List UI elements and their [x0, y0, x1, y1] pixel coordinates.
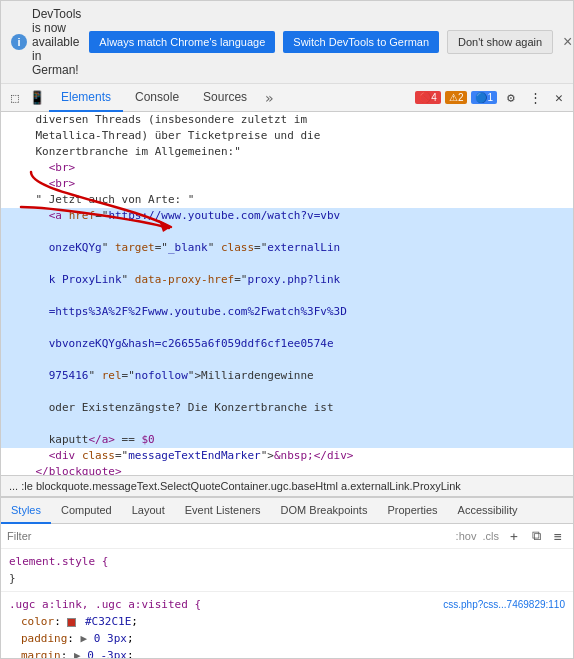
- language-banner: i DevTools is now available in German! A…: [1, 1, 573, 84]
- filter-controls: + ⧉ ≡: [505, 527, 567, 545]
- tab-properties[interactable]: Properties: [377, 498, 447, 524]
- css-source-link-1[interactable]: css.php?css...7469829:110: [443, 596, 565, 613]
- html-line-selected[interactable]: <a href="https://www.youtube.com/watch?v…: [1, 208, 573, 448]
- filter-bar: :hov .cls + ⧉ ≡: [1, 524, 573, 549]
- switch-to-german-button[interactable]: Switch DevTools to German: [283, 31, 439, 53]
- filter-input[interactable]: [7, 530, 450, 542]
- banner-message: i DevTools is now available in German!: [11, 7, 81, 77]
- tab-styles[interactable]: Styles: [1, 498, 51, 524]
- bottom-tabs: Styles Computed Layout Event Listeners D…: [1, 498, 573, 524]
- close-devtools-icon[interactable]: ✕: [549, 88, 569, 108]
- html-line: Metallica-Thread) über Ticketpreise und …: [1, 128, 573, 144]
- toggle-styles-button[interactable]: ≡: [549, 527, 567, 545]
- html-line: diversen Threads (insbesondere zuletzt i…: [1, 112, 573, 128]
- info-icon: i: [11, 34, 27, 50]
- tab-bar: Elements Console Sources »: [49, 84, 413, 112]
- tab-dom-breakpoints[interactable]: DOM Breakpoints: [271, 498, 378, 524]
- tab-layout[interactable]: Layout: [122, 498, 175, 524]
- css-rules: element.style { } .ugc a:link, .ugc a:vi…: [1, 549, 573, 659]
- tab-console[interactable]: Console: [123, 84, 191, 112]
- filter-hint: :hov .cls: [456, 530, 499, 542]
- color-swatch[interactable]: [67, 618, 76, 627]
- tab-computed[interactable]: Computed: [51, 498, 122, 524]
- css-rule-element-style: element.style { }: [1, 551, 573, 589]
- devtools-toolbar: ⬚ 📱 Elements Console Sources » 🚫4 ⚠2 🔵1 …: [1, 84, 573, 112]
- warning-badge: ⚠2: [445, 91, 468, 104]
- html-line: " Jetzt auch von Arte: ": [1, 192, 573, 208]
- always-match-language-button[interactable]: Always match Chrome's language: [89, 31, 275, 53]
- tab-event-listeners[interactable]: Event Listeners: [175, 498, 271, 524]
- tab-accessibility[interactable]: Accessibility: [448, 498, 528, 524]
- html-line: Konzertbranche im Allgemeinen:": [1, 144, 573, 160]
- copy-styles-button[interactable]: ⧉: [527, 527, 545, 545]
- html-line: </blockquote>: [1, 464, 573, 475]
- css-rule-ugc-link: .ugc a:link, .ugc a:visited { css.php?cs…: [1, 594, 573, 659]
- more-options-icon[interactable]: ⋮: [525, 88, 545, 108]
- more-tabs-button[interactable]: »: [259, 90, 279, 106]
- bottom-panel: Styles Computed Layout Event Listeners D…: [1, 497, 573, 659]
- html-line: <br>: [1, 160, 573, 176]
- settings-icon[interactable]: ⚙: [501, 88, 521, 108]
- add-style-button[interactable]: +: [505, 527, 523, 545]
- dont-show-again-button[interactable]: Don't show again: [447, 30, 553, 54]
- html-source[interactable]: diversen Threads (insbesondere zuletzt i…: [1, 112, 573, 475]
- toolbar-right: 🚫4 ⚠2 🔵1 ⚙ ⋮ ✕: [415, 88, 569, 108]
- html-line: <br>: [1, 176, 573, 192]
- html-line: <div class="messageTextEndMarker">&nbsp;…: [1, 448, 573, 464]
- tab-sources[interactable]: Sources: [191, 84, 259, 112]
- info-badge: 🔵1: [471, 91, 497, 104]
- breadcrumb: ... :le blockquote.messageText.SelectQuo…: [1, 475, 573, 497]
- select-element-icon[interactable]: ⬚: [5, 88, 25, 108]
- close-banner-button[interactable]: ×: [561, 33, 574, 51]
- error-badge: 🚫4: [415, 91, 441, 104]
- tab-elements[interactable]: Elements: [49, 84, 123, 112]
- main-content: diversen Threads (insbesondere zuletzt i…: [1, 112, 573, 659]
- html-panel: diversen Threads (insbesondere zuletzt i…: [1, 112, 573, 475]
- device-toolbar-icon[interactable]: 📱: [27, 88, 47, 108]
